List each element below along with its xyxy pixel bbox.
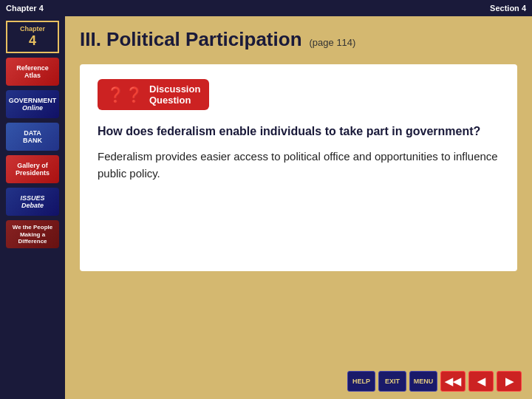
next-button[interactable]: ▶ bbox=[497, 371, 522, 392]
prev-button[interactable]: ◀ bbox=[468, 371, 494, 392]
content-box: ❓❓ Discussion Question How does federali… bbox=[80, 64, 517, 271]
discussion-icon: ❓❓ bbox=[106, 86, 143, 103]
sidebar-item-issues-debate[interactable]: ISSUESDebate bbox=[6, 188, 59, 216]
discussion-question: How does federalism enable individuals t… bbox=[98, 123, 499, 140]
sidebar-item-data-bank-label: DATABANK bbox=[21, 128, 44, 147]
sidebar-item-gallery-presidents[interactable]: Gallery ofPresidents bbox=[6, 155, 59, 183]
discussion-badge: ❓❓ Discussion Question bbox=[98, 79, 209, 110]
prev-prev-button[interactable]: ◀◀ bbox=[440, 371, 466, 392]
main-content: III. Political Participation (page 114) … bbox=[65, 16, 532, 399]
title-row: III. Political Participation (page 114) bbox=[80, 28, 517, 51]
sidebar-item-gallery-presidents-label: Gallery ofPresidents bbox=[14, 160, 51, 180]
page-title: III. Political Participation bbox=[80, 28, 302, 51]
discussion-answer: Federalism provides easier access to pol… bbox=[98, 149, 499, 182]
sidebar-item-we-the-people-label: We the PeopleMaking a Difference bbox=[6, 222, 59, 247]
bottom-nav: HELP EXIT MENU ◀◀ ◀ ▶ bbox=[347, 371, 522, 392]
sidebar-item-government-online[interactable]: GOVERNMENTOnline bbox=[6, 90, 59, 118]
menu-button[interactable]: MENU bbox=[409, 371, 437, 392]
top-bar: Chapter 4 Section 4 bbox=[0, 0, 532, 16]
sidebar-item-we-the-people[interactable]: We the PeopleMaking a Difference bbox=[6, 220, 59, 248]
discussion-line2: Question bbox=[149, 95, 200, 106]
exit-button[interactable]: EXIT bbox=[378, 371, 406, 392]
help-button[interactable]: HELP bbox=[347, 371, 375, 392]
sidebar-item-government-online-label: GOVERNMENTOnline bbox=[7, 95, 58, 115]
page-ref: (page 114) bbox=[310, 37, 356, 48]
sidebar-item-data-bank[interactable]: DATABANK bbox=[6, 123, 59, 151]
sidebar-item-issues-debate-label: ISSUESDebate bbox=[18, 193, 46, 212]
discussion-label: Discussion Question bbox=[149, 83, 200, 106]
section-label: Section 4 bbox=[490, 4, 526, 13]
discussion-line1: Discussion bbox=[149, 83, 200, 95]
sidebar-item-reference-atlas[interactable]: ReferenceAtlas bbox=[6, 58, 59, 86]
chapter-number: 4 bbox=[9, 33, 56, 50]
chapter-word: Chapter bbox=[9, 25, 56, 33]
chapter-badge[interactable]: Chapter 4 bbox=[6, 21, 59, 53]
sidebar: Chapter 4 ReferenceAtlas GOVERNMENTOnlin… bbox=[0, 16, 65, 399]
sidebar-item-reference-atlas-label: ReferenceAtlas bbox=[15, 63, 50, 82]
chapter-label: Chapter 4 bbox=[6, 4, 44, 13]
